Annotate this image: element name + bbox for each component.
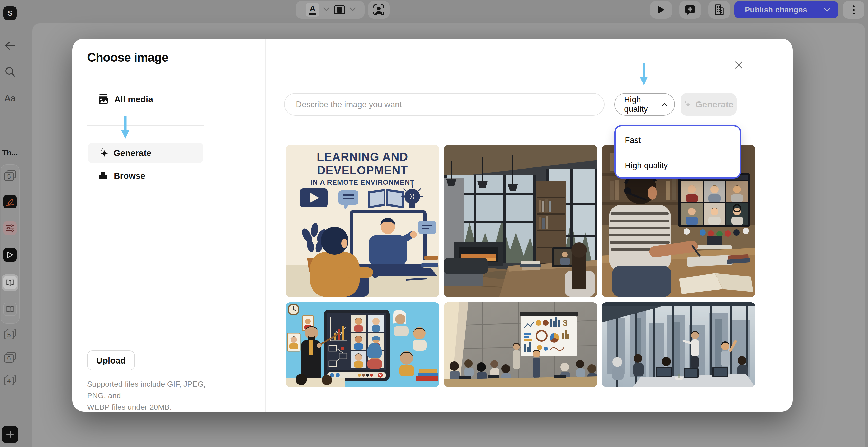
generate-button[interactable]: Generate [681,93,737,116]
browse-icon [98,171,108,181]
text-tool-button[interactable]: Aa [0,93,20,104]
text-style-button[interactable]: A [306,3,319,17]
add-comment-button[interactable] [679,1,701,19]
brand-hub-button[interactable] [708,1,730,19]
nav-label: Browse [114,171,145,181]
sparkle-icon [684,100,692,109]
publish-dropdown-chevron[interactable] [816,8,838,12]
search-button[interactable] [0,66,20,77]
generate-button-label: Generate [695,99,733,110]
more-options-button[interactable] [843,1,864,19]
rail-group-box [1,165,20,324]
page-book-selected[interactable] [2,274,18,291]
svg-text:3: 3 [563,318,567,328]
page-book[interactable] [3,303,17,316]
back-arrow-icon [5,41,16,50]
quality-select-value: High quality [624,95,662,114]
annotation-arrow-quality [639,62,648,86]
book-icon [6,279,14,287]
annotation-arrow-generate [121,116,130,139]
app-logo[interactable]: S [3,6,17,20]
nav-item-all-media[interactable]: All media [98,93,153,105]
sliders-icon [5,224,14,232]
chevron-down-icon[interactable] [323,7,330,12]
app-root: A [0,0,868,447]
publish-changes-button[interactable]: Publish changes [735,1,838,19]
preview-play-button[interactable] [650,1,672,19]
nav-item-browse[interactable]: Browse [98,171,145,181]
text-style-a-glyph: A [310,5,315,12]
portrait-crop-icon [373,4,385,16]
frame-layout-icon[interactable] [333,5,346,14]
gallery-image-6[interactable] [602,302,755,387]
gallery-image-1[interactable]: LEARNING AND DEVELOPMENT IN A REMOTE ENV… [286,145,439,297]
comment-add-icon [685,4,695,15]
slide-stack-badge[interactable]: 5 [0,329,20,339]
upload-button[interactable]: Upload [87,350,135,370]
plus-icon [6,430,14,439]
quality-select[interactable]: High quality [614,93,675,116]
all-media-icon [98,93,108,105]
add-page-button[interactable] [2,426,19,443]
chevron-up-icon [662,102,667,106]
menu-option-fast[interactable]: Fast [616,127,740,153]
publish-changes-label: Publish changes [745,5,807,14]
gallery-image-5[interactable]: 3 [444,302,597,387]
slide-stack-badge[interactable]: 6 [0,352,20,363]
portrait-crop-button[interactable] [368,1,390,19]
play-icon [657,5,665,14]
menu-option-high-quality[interactable]: High quality [616,153,740,178]
rail-divider [2,117,18,117]
slide-stack-badge[interactable]: 5 [0,170,20,181]
nav-divider [87,125,204,126]
gallery-image-2[interactable] [444,145,597,297]
chevron-down-icon[interactable] [349,7,356,12]
close-icon [735,61,743,69]
prompt-input[interactable] [284,93,604,115]
search-icon [5,66,16,77]
text-format-toolbar-group: A [296,1,365,19]
theme-item[interactable]: Th... [0,148,20,157]
sparkle-icon [99,148,109,158]
book-icon [6,305,14,313]
prompt-field[interactable] [284,93,604,116]
gallery-image-4[interactable] [286,302,439,387]
thumbnail-sketch[interactable] [3,195,17,208]
back-button[interactable] [0,41,20,50]
play-outline-icon [7,251,13,259]
building-icon [714,4,724,16]
supported-files-note: Supported files include GIF, JPEG, PNG, … [87,378,221,413]
modal-title: Choose image [87,50,168,64]
choose-image-modal: Choose image All media Ge [72,38,793,412]
slide-stack-badge[interactable]: 4 [0,375,20,385]
nav-label: All media [114,94,153,104]
nav-label: Generate [114,148,151,158]
thumbnail-video[interactable] [3,248,17,262]
pencil-sketch-icon [5,197,14,206]
text-underline-bar [309,13,316,14]
left-rail: S Aa Th... 5 [0,0,20,447]
close-button[interactable] [730,56,748,74]
thumbnail-settings[interactable] [3,221,17,235]
quality-dropdown-menu: Fast High quality [614,125,741,179]
panel-divider [265,38,266,412]
nav-item-generate[interactable]: Generate [88,143,204,163]
